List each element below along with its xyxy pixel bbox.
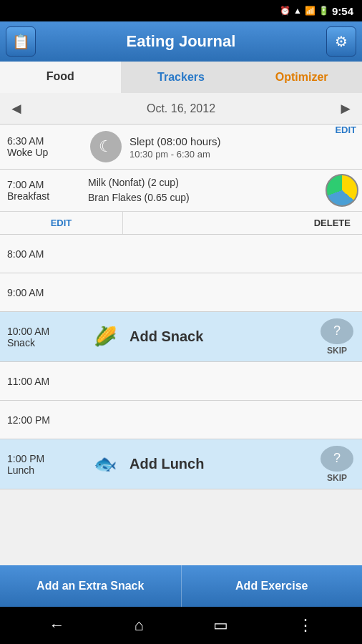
sleep-row: 6:30 AM Woke Up ☾ Slept (08:00 hours) 10… <box>0 125 362 170</box>
sleep-icon: ☾ <box>90 131 122 162</box>
snack-add-content[interactable]: 🌽 Add Snack <box>82 312 312 361</box>
clock: 9:54 <box>332 5 353 17</box>
back-icon: ← <box>49 616 64 635</box>
recent-icon: ▭ <box>213 616 228 635</box>
wifi-icon: ▲ <box>293 6 302 16</box>
breakfast-edit-button[interactable]: EDIT <box>0 212 123 234</box>
breakfast-time: 7:00 AM <box>7 179 75 190</box>
battery-icon: 🔋 <box>318 6 329 16</box>
app-title: Eating Journal <box>127 32 236 51</box>
sleep-meal-type: Woke Up <box>7 147 75 158</box>
tab-trackers[interactable]: Trackers <box>121 62 242 93</box>
snack-row: 10:00 AM Snack 🌽 Add Snack ? SKIP <box>0 312 362 362</box>
date-nav: ◄ Oct. 16, 2012 ► <box>0 93 362 125</box>
lunch-skip-label[interactable]: SKIP <box>327 473 347 483</box>
menu-button[interactable]: ⋮ <box>298 616 313 635</box>
next-date-button[interactable]: ► <box>338 99 353 118</box>
home-icon: ⌂ <box>134 616 143 635</box>
sleep-content: ☾ Slept (08:00 hours) 10:30 pm - 6:30 am <box>82 125 329 169</box>
journal-icon[interactable]: 📋 <box>6 26 36 57</box>
sleep-main-text: Slept (08:00 hours) <box>129 134 323 149</box>
prev-date-button[interactable]: ◄ <box>9 99 24 118</box>
time-12pm: 12:00 PM <box>0 414 82 426</box>
breakfast-actions: EDIT DELETE <box>0 211 362 234</box>
breakfast-time-label: 7:00 AM Breakfast <box>0 170 82 211</box>
back-button[interactable]: ← <box>49 616 64 635</box>
snack-time: 10:00 AM <box>7 326 75 337</box>
sleep-time: 6:30 AM <box>7 135 75 147</box>
breakfast-pie-chart[interactable] <box>322 170 362 211</box>
add-snack-text: Add Snack <box>129 328 203 345</box>
row-12pm: 12:00 PM <box>0 401 362 439</box>
sleep-text: Slept (08:00 hours) 10:30 pm - 6:30 am <box>129 134 323 160</box>
tab-optimizer[interactable]: Optimizer <box>241 62 362 93</box>
time-8am: 8:00 AM <box>0 248 82 260</box>
snack-skip-wrap: ? SKIP <box>312 312 362 361</box>
android-nav-bar: ← ⌂ ▭ ⋮ <box>0 607 362 644</box>
signal-icon: 📶 <box>305 6 315 16</box>
tab-bar: Food Trackers Optimizer <box>0 62 362 93</box>
breakfast-foods: Milk (Nonfat) (2 cup) Bran Flakes (0.65 … <box>82 170 322 211</box>
current-date: Oct. 16, 2012 <box>147 102 215 115</box>
status-bar: ⏰ ▲ 📶 🔋 9:54 <box>0 0 362 21</box>
sleep-edit-button[interactable]: EDIT <box>329 125 362 169</box>
food-item-1: Milk (Nonfat) (2 cup) <box>88 175 316 190</box>
food-item-2: Bran Flakes (0.65 cup) <box>88 190 316 205</box>
breakfast-top: 7:00 AM Breakfast Milk (Nonfat) (2 cup) … <box>0 170 362 211</box>
tab-food[interactable]: Food <box>0 62 121 93</box>
lunch-time-label: 1:00 PM Lunch <box>0 439 82 489</box>
recent-button[interactable]: ▭ <box>213 616 228 635</box>
lunch-time: 1:00 PM <box>7 453 75 464</box>
lunch-meal-type: Lunch <box>7 464 75 476</box>
snack-time-label: 10:00 AM Snack <box>0 312 82 361</box>
snack-skip-label[interactable]: SKIP <box>327 346 347 356</box>
time-9am: 9:00 AM <box>0 287 82 298</box>
lunch-add-content[interactable]: 🐟 Add Lunch <box>82 439 312 489</box>
lunch-row: 1:00 PM Lunch 🐟 Add Lunch ? SKIP <box>0 439 362 489</box>
status-icons: ⏰ ▲ 📶 🔋 9:54 <box>280 5 353 17</box>
lunch-skip-icon[interactable]: ? <box>321 446 353 472</box>
gear-icon: ⚙ <box>335 33 348 50</box>
sleep-sub-text: 10:30 pm - 6:30 am <box>129 149 323 160</box>
alarm-icon: ⏰ <box>280 6 290 16</box>
row-11am: 11:00 AM <box>0 362 362 401</box>
add-extra-snack-button[interactable]: Add an Extra Snack <box>0 565 182 607</box>
bottom-buttons: Add an Extra Snack Add Exercise <box>0 565 362 607</box>
nutrition-pie <box>326 174 358 207</box>
app-header: 📋 Eating Journal ⚙ <box>0 21 362 62</box>
sleep-time-label: 6:30 AM Woke Up <box>0 125 82 169</box>
timeline: 6:30 AM Woke Up ☾ Slept (08:00 hours) 10… <box>0 125 362 565</box>
home-button[interactable]: ⌂ <box>134 616 143 635</box>
lunch-skip-wrap: ? SKIP <box>312 439 362 489</box>
snack-meal-type: Snack <box>7 337 75 348</box>
journal-icon-glyph: 📋 <box>12 33 30 50</box>
time-11am: 11:00 AM <box>0 376 82 387</box>
row-8am: 8:00 AM <box>0 235 362 273</box>
breakfast-delete-button[interactable]: DELETE <box>123 212 362 234</box>
add-lunch-text: Add Lunch <box>129 456 204 472</box>
breakfast-row: 7:00 AM Breakfast Milk (Nonfat) (2 cup) … <box>0 170 362 235</box>
settings-button[interactable]: ⚙ <box>326 26 356 57</box>
add-exercise-button[interactable]: Add Exercise <box>182 565 363 607</box>
menu-icon: ⋮ <box>298 616 313 635</box>
sleep-icon-wrap: ☾ <box>88 129 124 165</box>
lunch-icon: 🐟 <box>88 447 122 482</box>
row-9am: 9:00 AM <box>0 273 362 312</box>
snack-skip-icon[interactable]: ? <box>321 318 353 344</box>
breakfast-meal-type: Breakfast <box>7 190 75 202</box>
snack-icon: 🌽 <box>88 320 122 354</box>
